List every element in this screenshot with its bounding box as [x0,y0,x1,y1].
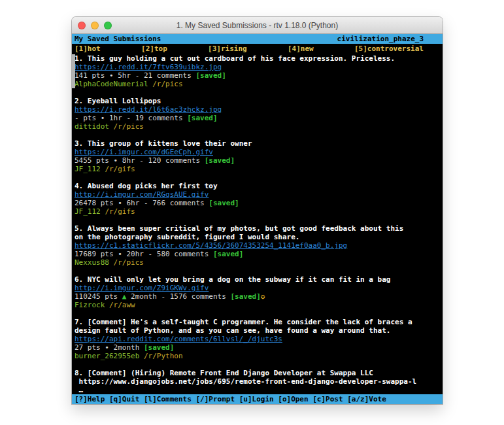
stats-text: 110245 pts [75,292,122,301]
submission-subreddit: /r/pics [114,122,144,131]
submission[interactable]: 6. NYC will only let you bring a dog on … [75,275,440,309]
submission-url[interactable]: http://i.imgur.com/Z9iGKWv.gifv [75,284,209,292]
submission-author: JF_112 [75,165,101,173]
tab-top[interactable]: [2]top [141,44,167,53]
submission-url[interactable]: https://i.imgur.com/dGEeCph.gifv [75,148,213,156]
submission-stats: 17689 pts • 20hr - 580 comments [saved] [75,250,440,258]
stats-text: - pts • 1hr - 19 comments [75,114,187,122]
saved-badge: [saved] [213,250,243,258]
submission-byline: Fizrock /r/aww [75,301,440,309]
stats-text: 5455 pts • 8hr - 120 comments [75,156,205,165]
window-titlebar: 1. My Saved Submissions - rtv 1.18.0 (Py… [72,17,443,34]
stats-text: 141 pts • 5hr - 21 comments [75,71,195,80]
submission-title-line: on the photography subreddit, figured I … [75,233,440,241]
submission-list: 1. This guy holding a cut out cardboard … [72,54,443,394]
submission[interactable]: 8. [Comment] (Hiring) Remote Front End D… [75,369,440,394]
submission-title-line: 1. This guy holding a cut out cardboard … [75,54,440,63]
submission-url-line: https://api.reddit.com/comments/6llvsl/_… [75,335,440,343]
stats-text: 2month - 1576 comments [126,292,230,301]
submission-byline: burner_262955eb /r/Python [75,352,440,360]
submission-url-line: https://i.imgur.com/dGEeCph.gifv [75,148,440,156]
submission-stats: 110245 pts ▲ 2month - 1576 comments [sav… [75,292,440,301]
submission-url-line: http://i.imgur.com/Z9iGKWv.gifv [75,284,440,292]
window-title: 1. My Saved Submissions - rtv 1.18.0 (Py… [176,21,338,30]
submission-stats: 5455 pts • 8hr - 120 comments [saved] [75,156,440,165]
submission-title-line: 2. Eyeball Lollipops [75,97,440,105]
submission[interactable]: 5. Always been super critical of my phot… [75,224,440,267]
submission-url[interactable]: https://c1.staticflickr.com/5/4356/36074… [75,241,347,250]
submission-stats: - pts • 1hr - 19 comments [saved] [75,114,440,122]
saved-badge: [saved] [195,71,226,80]
submission-byline: dittidot /r/pics [75,122,440,131]
submission-title-line: 5. Always been super critical of my phot… [75,224,440,233]
saved-badge: [saved] [144,343,174,352]
submission-author: AlphaCodeNumerial [75,80,148,88]
saved-badge: [saved] [230,292,260,301]
gilded-icon: ✪ [261,292,265,301]
traffic-lights [78,22,112,29]
submission-url[interactable]: https://api.reddit.com/comments/6llvsl/_… [75,335,282,343]
stats-text: 26478 pts • 6hr - 766 comments [75,199,209,207]
tab-new[interactable]: [4]new [288,44,314,53]
submission-title-line: https://www.djangojobs.net/jobs/695/remo… [75,377,440,386]
submission-url[interactable]: https://i.redd.it/l6t6ac3zhckz.jpg [75,105,222,114]
submission[interactable]: 7. [Comment] He's a self-taught C progra… [75,318,440,360]
keybind-hints: [?]Help [q]Quit [l]Comments [/]Prompt [u… [75,395,386,403]
page-title: My Saved Submissions [75,35,161,43]
submission-stats: 26478 pts • 6hr - 766 comments [saved] [75,199,440,207]
submission-title-line: 4. Abused dog picks her first toy [75,182,440,190]
submission-byline: JF_112 /r/gifs [75,207,440,216]
submission-stats: 27 pts • 2month [saved] [75,343,440,352]
tab-controversial[interactable]: [5]controversial [354,44,424,53]
minimize-button[interactable] [91,22,99,29]
tab-rising[interactable]: [3]rising [208,44,247,53]
submission-author: dittidot [75,122,109,131]
submission[interactable]: 3. This group of kittens love their owne… [75,139,440,173]
submission-title-line: design fault of Python, and as you can s… [75,326,440,335]
submission-subreddit: /r/Python [144,352,183,360]
submission-url-line: https://c1.staticflickr.com/5/4356/36074… [75,241,440,250]
submission-author: burner_262955eb [75,352,139,360]
submission-url-line: https://i.redd.it/7ftv639uibkz.jpg [75,63,440,71]
submission-subreddit: /r/aww [109,301,135,309]
terminal-screen: My Saved Submissions civilization_phaze_… [72,34,443,404]
submission-title-line: 3. This group of kittens love their owne… [75,139,440,148]
submission-url-line: https://i.redd.it/l6t6ac3zhckz.jpg [75,105,440,114]
submission-title-line: … [75,386,440,394]
submission-subreddit: /r/pics [114,258,144,267]
app-window: 1. My Saved Submissions - rtv 1.18.0 (Py… [72,17,443,404]
submission-subreddit: /r/gifs [105,207,135,216]
stats-text: 27 pts • 2month [75,343,144,352]
submission-author: Fizrock [75,301,105,309]
submission-title-line: 8. [Comment] (Hiring) Remote Front End D… [75,369,440,377]
submission-subreddit: /r/gifs [105,165,135,173]
tab-hot[interactable]: [1]hot [75,44,101,53]
sort-menu-bar: [1]hot [2]top [3]rising [4]new [5]contro… [72,44,443,54]
submission-subreddit: /r/pics [152,80,182,88]
submission-author: JF_112 [75,207,101,216]
saved-badge: [saved] [205,156,235,165]
submission-byline: AlphaCodeNumerial /r/pics [75,80,440,88]
logged-in-username: civilization_phaze_3 [337,35,424,43]
submission-url[interactable]: http://i.imgur.com/RGqsAUE.gifv [75,190,209,199]
header-bar: My Saved Submissions civilization_phaze_… [72,34,443,44]
submission-title-line: 6. NYC will only let you bring a dog on … [75,275,440,284]
submission-title-line: 7. [Comment] He's a self-taught C progra… [75,318,440,326]
submission-byline: JF_112 /r/gifs [75,165,440,173]
submission-url-line: http://i.imgur.com/RGqsAUE.gifv [75,190,440,199]
submission-author: Nexxus88 [75,258,109,267]
selection-cursor [72,54,75,88]
submission-byline: Nexxus88 /r/pics [75,258,440,267]
submission-url[interactable]: https://i.redd.it/7ftv639uibkz.jpg [75,63,222,71]
close-button[interactable] [78,22,86,29]
submission[interactable]: 2. Eyeball Lollipopshttps://i.redd.it/l6… [75,97,440,131]
saved-badge: [saved] [187,114,217,122]
zoom-button[interactable] [104,22,112,29]
saved-badge: [saved] [209,199,239,207]
submission[interactable]: 4. Abused dog picks her first toyhttp://… [75,182,440,216]
submission-stats: 141 pts • 5hr - 21 comments [saved] [75,71,440,80]
stats-text: 17689 pts • 20hr - 580 comments [75,250,213,258]
status-bar: [?]Help [q]Quit [l]Comments [/]Prompt [u… [72,394,443,404]
submission[interactable]: 1. This guy holding a cut out cardboard … [75,54,440,88]
